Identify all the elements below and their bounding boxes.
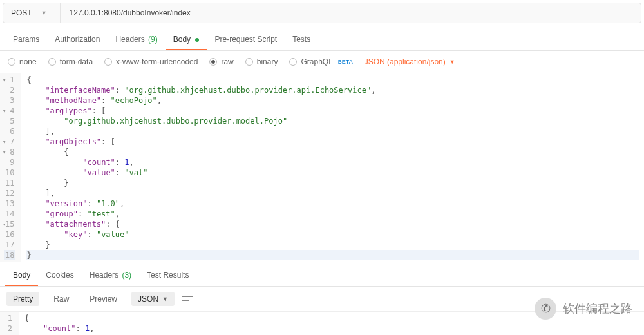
resp-tab-headers[interactable]: Headers (3): [82, 265, 139, 286]
resp-view-preview[interactable]: Preview: [83, 292, 124, 306]
content-type-value: JSON (application/json): [365, 57, 446, 66]
resp-lang-value: JSON: [138, 294, 158, 303]
request-url-bar: POST ▼: [3, 3, 641, 23]
editor-code[interactable]: { "interfaceName": "org.github.xhjcehust…: [21, 73, 644, 262]
chevron-down-icon: ▼: [450, 59, 455, 65]
tab-authorization[interactable]: Authorization: [47, 30, 108, 50]
tab-prerequest[interactable]: Pre-request Script: [207, 30, 285, 50]
radio-form-data[interactable]: form-data: [48, 57, 93, 66]
wrap-lines-icon[interactable]: [182, 294, 194, 303]
request-body-editor[interactable]: 123456789101112131415161718 { "interface…: [0, 73, 644, 262]
chevron-down-icon: ▼: [162, 296, 168, 302]
editor-gutter: 12345: [0, 312, 19, 335]
resp-tab-headers-count: (3): [122, 271, 131, 280]
http-method-select[interactable]: POST ▼: [3, 3, 61, 23]
request-tabs: Params Authorization Headers (9) Body Pr…: [0, 30, 644, 51]
response-toolbar: Pretty Raw Preview JSON ▼: [0, 287, 644, 312]
tab-headers[interactable]: Headers (9): [108, 30, 165, 50]
tab-headers-label: Headers: [115, 35, 144, 44]
tab-params[interactable]: Params: [5, 30, 47, 50]
tab-headers-count: (9): [148, 35, 158, 44]
radio-binary[interactable]: binary: [245, 57, 278, 66]
resp-view-raw[interactable]: Raw: [47, 292, 75, 306]
radio-xwww[interactable]: x-www-form-urlencoded: [104, 57, 198, 66]
tab-body[interactable]: Body: [166, 30, 207, 50]
resp-tab-headers-label: Headers: [90, 271, 118, 280]
tab-body-label: Body: [173, 35, 191, 44]
chevron-down-icon: ▼: [41, 10, 47, 16]
modified-dot-icon: [195, 38, 199, 42]
resp-tab-body[interactable]: Body: [5, 265, 38, 286]
editor-gutter: 123456789101112131415161718: [0, 73, 21, 262]
radio-graphql[interactable]: GraphQLBETA: [289, 57, 352, 66]
resp-tab-test-results[interactable]: Test Results: [139, 265, 196, 286]
url-input[interactable]: [61, 3, 641, 23]
content-type-select[interactable]: JSON (application/json) ▼: [365, 57, 455, 66]
http-method-value: POST: [11, 8, 32, 17]
radio-raw[interactable]: raw: [209, 57, 233, 66]
response-tabs: Body Cookies Headers (3) Test Results: [0, 265, 644, 287]
editor-code: { "count": 1, "class": "org.github.xhjce…: [19, 312, 644, 335]
resp-view-pretty[interactable]: Pretty: [6, 292, 39, 306]
beta-badge: BETA: [338, 59, 353, 65]
body-type-row: none form-data x-www-form-urlencoded raw…: [0, 51, 644, 73]
resp-tab-cookies[interactable]: Cookies: [38, 265, 81, 286]
response-body-viewer[interactable]: 12345 { "count": 1, "class": "org.github…: [0, 312, 644, 335]
resp-lang-select[interactable]: JSON ▼: [131, 292, 175, 306]
radio-none[interactable]: none: [8, 57, 37, 66]
tab-tests[interactable]: Tests: [285, 30, 318, 50]
